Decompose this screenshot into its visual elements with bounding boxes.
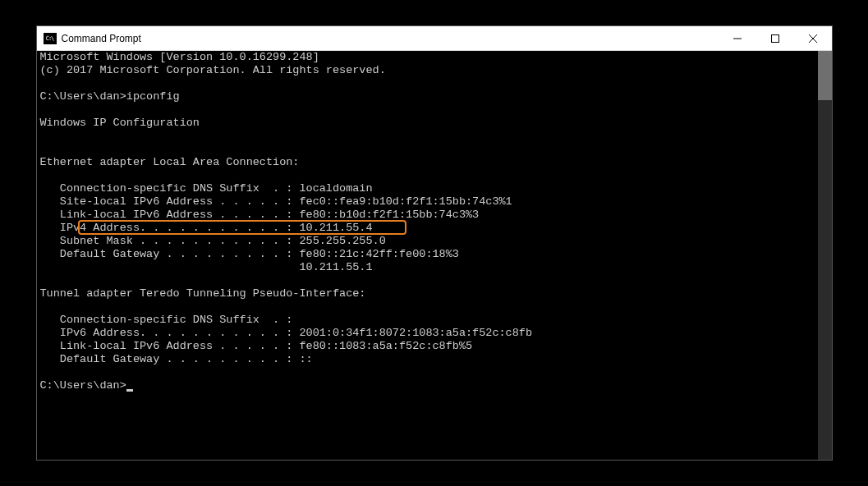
scrollbar-thumb[interactable]: [818, 51, 832, 100]
terminal-line: Default Gateway . . . . . . . . . : fe80…: [40, 248, 829, 261]
terminal-line: (c) 2017 Microsoft Corporation. All righ…: [40, 64, 829, 77]
close-button[interactable]: [794, 26, 832, 51]
app-icon: C:\: [44, 33, 57, 44]
terminal-line: Connection-specific DNS Suffix . : local…: [40, 182, 829, 195]
terminal-line: [40, 103, 829, 117]
scrollbar[interactable]: [818, 51, 832, 460]
window-title: Command Prompt: [62, 33, 719, 44]
terminal-line: [40, 274, 829, 287]
terminal-line: Site-local IPv6 Address . . . . . : fec0…: [40, 195, 829, 209]
command-prompt-window: C:\ Command Prompt Microsoft Windows [Ve…: [36, 25, 833, 461]
terminal-line: [40, 77, 829, 90]
terminal-line: [40, 130, 829, 143]
titlebar[interactable]: C:\ Command Prompt: [37, 26, 832, 51]
terminal-line: IPv4 Address. . . . . . . . . . . : 10.2…: [40, 222, 829, 235]
terminal-line: Connection-specific DNS Suffix . :: [40, 314, 829, 327]
terminal-line: Default Gateway . . . . . . . . . : ::: [40, 353, 829, 366]
terminal-line: C:\Users\dan>ipconfig: [40, 90, 829, 103]
cursor-icon: [126, 389, 133, 392]
svg-rect-1: [771, 35, 778, 43]
terminal-line: [40, 366, 829, 379]
terminal-output[interactable]: Microsoft Windows [Version 10.0.16299.24…: [37, 51, 832, 460]
terminal-line: Subnet Mask . . . . . . . . . . . : 255.…: [40, 235, 829, 248]
minimize-button[interactable]: [719, 26, 756, 51]
terminal-line: [40, 169, 829, 182]
terminal-line: IPv6 Address. . . . . . . . . . . : 2001…: [40, 327, 829, 340]
terminal-line: Link-local IPv6 Address . . . . . : fe80…: [40, 209, 829, 222]
terminal-line: Windows IP Configuration: [40, 117, 829, 130]
terminal-prompt[interactable]: C:\Users\dan>: [40, 379, 829, 392]
terminal-line: Microsoft Windows [Version 10.0.16299.24…: [40, 51, 829, 64]
terminal-line: [40, 143, 829, 156]
terminal-line: [40, 300, 829, 314]
terminal-line: Ethernet adapter Local Area Connection:: [40, 156, 829, 169]
maximize-button[interactable]: [756, 26, 794, 51]
terminal-line: Tunnel adapter Teredo Tunneling Pseudo-I…: [40, 287, 829, 300]
window-controls: [719, 26, 832, 50]
terminal-line: Link-local IPv6 Address . . . . . : fe80…: [40, 340, 829, 353]
terminal-line: 10.211.55.1: [40, 261, 829, 274]
